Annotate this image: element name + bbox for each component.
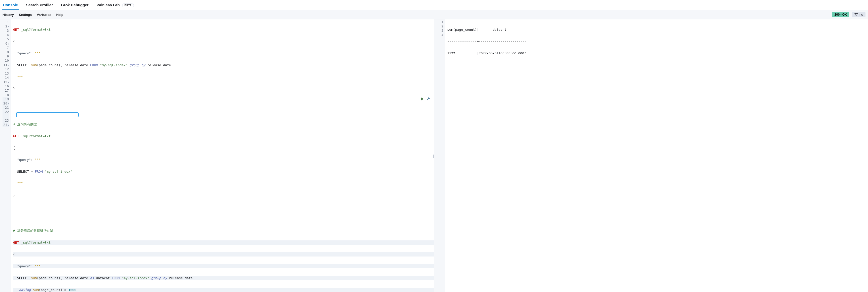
secondary-toolbar: History Settings Variables Help 200 - OK… xyxy=(0,10,868,20)
variables-button[interactable]: Variables xyxy=(37,13,51,16)
request-code[interactable]: GET _sql?format=txt { "query": """ SELEC… xyxy=(11,20,434,292)
response-viewer[interactable]: 1 2 3 4 sum(page_count)| datacnt -------… xyxy=(434,20,868,292)
tab-console[interactable]: Console xyxy=(2,0,19,9)
tab-painless-lab[interactable]: Painless Lab BETA xyxy=(95,0,135,9)
beta-badge: BETA xyxy=(122,3,134,7)
secondary-left: History Settings Variables Help xyxy=(2,13,63,16)
tab-painless-lab-label: Painless Lab xyxy=(96,3,120,7)
secondary-right: 200 - OK 77 ms xyxy=(832,12,866,17)
editor-panes: 1 2▾ 3 4 5 6▴ 7 8 9 10 11▾ 12 13 14 15▴ … xyxy=(0,20,868,292)
settings-button[interactable]: Settings xyxy=(19,13,32,16)
tab-search-profiler[interactable]: Search Profiler xyxy=(25,0,54,9)
main-tabs: Console Search Profiler Grok Debugger Pa… xyxy=(0,0,868,10)
history-button[interactable]: History xyxy=(2,13,14,16)
status-badge: 200 - OK xyxy=(832,12,849,17)
play-icon[interactable] xyxy=(421,97,425,101)
request-gutter: 1 2▾ 3 4 5 6▴ 7 8 9 10 11▾ 12 13 14 15▴ … xyxy=(0,20,11,292)
response-gutter: 1 2 3 4 xyxy=(434,20,445,292)
time-badge: 77 ms xyxy=(852,12,866,17)
help-button[interactable]: Help xyxy=(56,13,63,16)
wrench-icon[interactable] xyxy=(427,97,431,101)
tab-grok-debugger[interactable]: Grok Debugger xyxy=(60,0,90,9)
request-editor[interactable]: 1 2▾ 3 4 5 6▴ 7 8 9 10 11▾ 12 13 14 15▴ … xyxy=(0,20,434,292)
request-actions xyxy=(421,97,431,101)
response-code: sum(page_count)| datacnt ---------------… xyxy=(445,20,868,292)
